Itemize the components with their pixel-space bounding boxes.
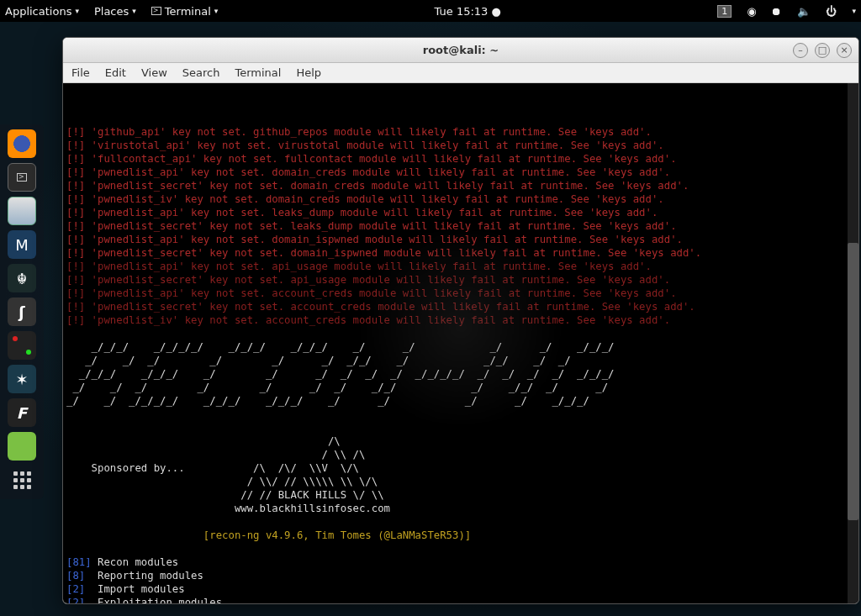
recon-ng-ascii-banner: _/_/_/ _/_/_/_/ _/_/_/ _/_/_/ _/ _/ _/ _… [66,341,615,407]
wireshark-launcher[interactable]: ✶ [8,365,36,393]
network-icon[interactable]: ⏺ [771,5,782,18]
menu-help[interactable]: Help [296,66,321,79]
menu-search[interactable]: Search [182,66,220,79]
warning-line: [!] 'pwnedlist_api' key not set. api_usa… [66,261,652,272]
warning-line: [!] 'fullcontact_api' key not set. fullc… [66,153,677,165]
window-title: root@kali: ~ [423,44,499,56]
module-count: [8] [66,570,92,582]
module-label: Import modules [92,583,185,595]
show-apps-launcher[interactable] [8,466,36,494]
terminal-menu[interactable]: Terminal▾ [151,5,218,18]
workspace-indicator[interactable]: 1 [717,5,732,18]
power-icon[interactable]: ⏻ [826,5,837,18]
menu-terminal[interactable]: Terminal [235,66,281,79]
warning-line: [!] 'pwnedlist_secret' key not set. api_… [66,274,670,286]
version-line: [recon-ng v4.9.6, Tim Tomes (@LaNMaSTeR5… [66,529,471,541]
warning-line: [!] 'pwnedlist_api' key not set. domain_… [66,234,683,245]
titlebar[interactable]: root@kali: ~ – □ × [63,38,858,63]
terminal-launcher[interactable] [8,163,36,192]
terminal-viewport[interactable]: [!] 'github_api' key not set. github_rep… [63,83,858,603]
terminal-window: root@kali: ~ – □ × File Edit View Search… [62,37,859,604]
warning-line: [!] 'pwnedlist_api' key not set. account… [66,287,677,299]
warning-line: [!] 'pwnedlist_secret' key not set. acco… [66,301,695,313]
terminal-icon [151,7,161,15]
warning-line: [!] 'pwnedlist_iv' key not set. account_… [66,314,670,326]
warning-line: [!] 'pwnedlist_iv' key not set. domain_c… [66,193,664,205]
module-count: [81] [66,556,92,568]
system-menu-caret[interactable]: ▾ [852,7,856,15]
volume-icon[interactable]: 🔈 [797,5,811,18]
recorder-launcher[interactable] [8,331,36,360]
warning-line: [!] 'pwnedlist_secret' key not set. doma… [66,180,689,192]
armitage-launcher[interactable]: ☬ [8,264,36,292]
menu-file[interactable]: File [71,66,90,79]
close-button[interactable]: × [837,43,852,58]
ffuf-launcher[interactable]: F [8,398,36,427]
module-count: [2] [66,583,92,595]
sponsor-block: /\ / \\ /\ Sponsored by... /\ /\/ \\V \/… [66,435,390,514]
clock[interactable]: Tue 15:13 ● [435,5,501,18]
menu-view[interactable]: View [141,66,167,79]
files-launcher[interactable] [8,197,36,225]
top-panel: Applications▾ Places▾ Terminal▾ Tue 15:1… [0,0,861,22]
menubar: File Edit View Search Terminal Help [63,63,858,83]
warning-line: [!] 'virustotal_api' key not set. virust… [66,140,664,151]
dock: M ☬ ʃ ✶ F [0,124,44,499]
record-icon[interactable]: ◉ [747,5,756,18]
minimize-button[interactable]: – [793,43,808,58]
maximize-button[interactable]: □ [815,43,830,58]
module-count: [2] [66,597,92,603]
menu-edit[interactable]: Edit [105,66,126,79]
firefox-launcher[interactable] [8,129,36,158]
metasploit-launcher[interactable]: M [8,230,36,259]
module-label: Recon modules [92,556,179,568]
warning-line: [!] 'pwnedlist_secret' key not set. leak… [66,220,677,232]
burp-launcher[interactable]: ʃ [8,297,36,326]
terminal-icon [17,173,27,182]
module-label: Reporting modules [92,570,203,582]
scrollbar-thumb[interactable] [848,243,858,520]
warning-line: [!] 'pwnedlist_api' key not set. domain_… [66,166,670,178]
warning-line: [!] 'pwnedlist_secret' key not set. doma… [66,247,701,259]
notes-launcher[interactable] [8,432,36,461]
warning-line: [!] 'github_api' key not set. github_rep… [66,126,652,138]
applications-menu[interactable]: Applications▾ [5,5,79,18]
scrollbar[interactable] [848,83,858,603]
warning-line: [!] 'pwnedlist_api' key not set. leaks_d… [66,207,658,218]
places-menu[interactable]: Places▾ [94,5,136,18]
grid-icon [13,471,31,489]
module-label: Exploitation modules [92,597,222,603]
